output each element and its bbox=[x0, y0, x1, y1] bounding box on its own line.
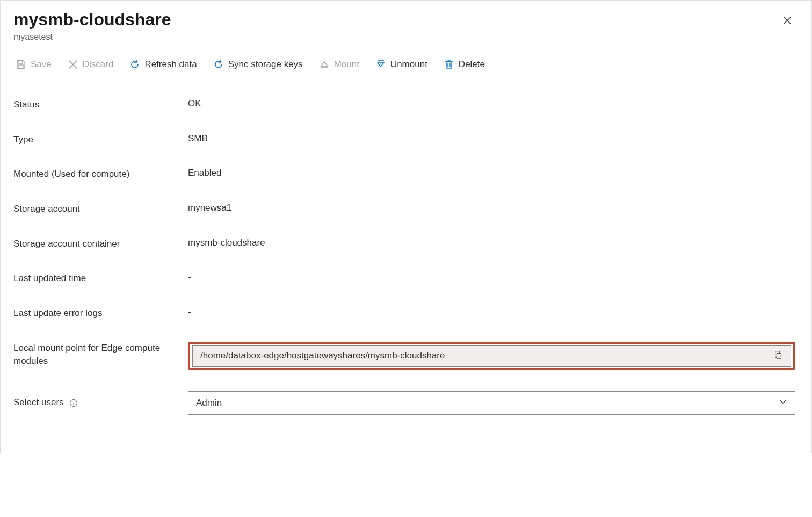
row-status: Status OK bbox=[13, 98, 795, 112]
label-storage-container: Storage account container bbox=[13, 238, 177, 251]
delete-button[interactable]: Delete bbox=[441, 58, 487, 71]
label-select-users-text: Select users bbox=[13, 397, 64, 407]
label-last-error: Last update error logs bbox=[13, 307, 177, 320]
mount-label: Mount bbox=[334, 59, 359, 70]
save-icon bbox=[16, 59, 26, 70]
value-last-error: - bbox=[188, 307, 795, 318]
label-local-mount: Local mount point for Edge compute modul… bbox=[13, 342, 177, 368]
mount-button[interactable]: Mount bbox=[317, 58, 361, 71]
row-storage-container: Storage account container mysmb-cloudsha… bbox=[13, 238, 795, 251]
value-storage-container: mysmb-cloudshare bbox=[188, 238, 795, 248]
label-type: Type bbox=[13, 133, 177, 147]
row-last-error: Last update error logs - bbox=[13, 307, 795, 320]
label-last-updated: Last updated time bbox=[13, 272, 177, 285]
copy-icon bbox=[773, 350, 783, 361]
page-subtitle: myasetest bbox=[13, 32, 171, 42]
unmount-label: Unmount bbox=[390, 59, 427, 70]
copy-button[interactable] bbox=[771, 348, 785, 363]
sync-button[interactable]: Sync storage keys bbox=[211, 58, 305, 71]
value-type: SMB bbox=[188, 133, 795, 144]
page-title: mysmb-cloudshare bbox=[13, 10, 171, 29]
delete-label: Delete bbox=[459, 59, 485, 70]
discard-label: Discard bbox=[83, 59, 114, 70]
row-select-users: Select users Admin bbox=[13, 391, 795, 415]
svg-point-15 bbox=[74, 401, 74, 401]
refresh-label: Refresh data bbox=[144, 59, 197, 70]
svg-rect-12 bbox=[777, 353, 781, 358]
header-text-block: mysmb-cloudshare myasetest bbox=[13, 10, 171, 53]
local-mount-input[interactable] bbox=[200, 350, 771, 361]
row-local-mount: Local mount point for Edge compute modul… bbox=[13, 342, 795, 370]
mount-icon bbox=[319, 59, 330, 70]
close-icon bbox=[782, 19, 792, 27]
value-status: OK bbox=[188, 98, 795, 109]
toolbar: Save Discard Refresh data bbox=[13, 53, 795, 80]
value-last-updated: - bbox=[188, 272, 795, 283]
row-mounted: Mounted (Used for compute) Enabled bbox=[13, 168, 795, 181]
sync-label: Sync storage keys bbox=[228, 59, 303, 70]
svg-rect-2 bbox=[19, 61, 23, 63]
selected-user-value: Admin bbox=[196, 398, 222, 408]
sync-icon bbox=[213, 59, 224, 70]
value-mounted: Enabled bbox=[188, 168, 795, 178]
local-mount-highlight bbox=[188, 342, 795, 370]
delete-icon bbox=[444, 59, 454, 70]
svg-rect-3 bbox=[19, 65, 23, 68]
properties-list: Status OK Type SMB Mounted (Used for com… bbox=[13, 98, 795, 414]
label-mounted: Mounted (Used for compute) bbox=[13, 168, 177, 181]
row-type: Type SMB bbox=[13, 133, 795, 147]
label-select-users: Select users bbox=[13, 396, 177, 410]
svg-rect-8 bbox=[446, 62, 452, 68]
save-label: Save bbox=[31, 59, 52, 70]
unmount-button[interactable]: Unmount bbox=[373, 58, 430, 71]
row-storage-account: Storage account mynewsa1 bbox=[13, 203, 795, 216]
save-button[interactable]: Save bbox=[13, 58, 54, 71]
value-storage-account: mynewsa1 bbox=[188, 203, 795, 213]
refresh-icon bbox=[129, 59, 140, 70]
refresh-button[interactable]: Refresh data bbox=[127, 58, 199, 71]
close-button[interactable] bbox=[779, 12, 795, 30]
label-storage-account: Storage account bbox=[13, 203, 177, 216]
unmount-icon bbox=[375, 59, 386, 70]
header-row: mysmb-cloudshare myasetest bbox=[13, 10, 795, 53]
discard-button[interactable]: Discard bbox=[66, 58, 116, 71]
discard-icon bbox=[68, 59, 78, 70]
chevron-down-icon bbox=[779, 397, 787, 408]
row-last-updated: Last updated time - bbox=[13, 272, 795, 285]
select-users-dropdown[interactable]: Admin bbox=[188, 391, 795, 415]
share-detail-panel: mysmb-cloudshare myasetest Save bbox=[0, 0, 812, 453]
local-mount-field bbox=[192, 345, 791, 367]
info-icon[interactable] bbox=[69, 399, 78, 407]
label-status: Status bbox=[13, 98, 177, 112]
